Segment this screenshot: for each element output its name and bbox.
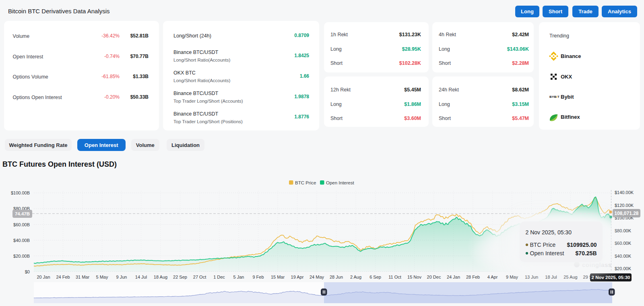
svg-text:$120.00K: $120.00K — [615, 203, 634, 208]
svg-text:13 Jun: 13 Jun — [525, 275, 538, 279]
svg-text:5 Jan: 5 Jan — [233, 275, 244, 279]
svg-text:31 Mar: 31 Mar — [76, 275, 90, 279]
svg-text:11 Oct: 11 Oct — [388, 275, 401, 279]
svg-text:24 May: 24 May — [310, 275, 324, 279]
svg-text:24 Feb: 24 Feb — [56, 275, 70, 279]
svg-text:$80.00K: $80.00K — [615, 228, 632, 233]
svg-text:$60.00K: $60.00K — [615, 241, 632, 246]
svg-text:18 Jul: 18 Jul — [545, 275, 557, 279]
svg-text:28 Jun: 28 Jun — [330, 275, 343, 279]
svg-text:22 Sep: 22 Sep — [173, 275, 187, 279]
svg-text:$40.00K: $40.00K — [615, 254, 632, 258]
svg-text:25 Aug: 25 Aug — [564, 275, 577, 279]
svg-text:19 Apr: 19 Apr — [291, 275, 304, 279]
svg-text:9 Feb: 9 Feb — [252, 275, 264, 279]
svg-text:27 Oct: 27 Oct — [193, 275, 206, 279]
svg-text:28 Feb: 28 Feb — [466, 275, 480, 279]
svg-text:15 Mar: 15 Mar — [271, 275, 285, 279]
svg-text:9 May: 9 May — [506, 275, 518, 279]
svg-text:5 May: 5 May — [96, 275, 108, 279]
svg-text:$140.00K: $140.00K — [615, 190, 634, 195]
svg-text:4 Apr: 4 Apr — [487, 275, 498, 279]
svg-text:Open Interest: Open Interest — [326, 180, 354, 185]
svg-text:2 Aug: 2 Aug — [350, 275, 361, 279]
svg-text:$0: $0 — [25, 269, 30, 274]
svg-text:BTC Price: BTC Price — [295, 180, 316, 185]
svg-text:20 Jan: 20 Jan — [37, 275, 50, 279]
svg-text:15 Nov: 15 Nov — [407, 275, 421, 279]
svg-text:20 Dec: 20 Dec — [427, 275, 441, 279]
svg-text:1 Dec: 1 Dec — [213, 275, 225, 279]
svg-text:$60.00B: $60.00B — [13, 222, 30, 227]
svg-text:$20.00K: $20.00K — [615, 266, 632, 271]
svg-text:6 Sep: 6 Sep — [369, 275, 381, 279]
svg-text:coinglass: coinglass — [582, 261, 612, 268]
svg-text:18 Aug: 18 Aug — [154, 275, 167, 279]
svg-text:$20.00B: $20.00B — [13, 254, 30, 258]
svg-text:14 Jul: 14 Jul — [135, 275, 147, 279]
svg-text:$40.00B: $40.00B — [13, 238, 30, 243]
svg-text:24 Jan: 24 Jan — [447, 275, 460, 279]
svg-text:$100.00B: $100.00B — [11, 190, 30, 195]
svg-text:9 Jun: 9 Jun — [116, 275, 127, 279]
